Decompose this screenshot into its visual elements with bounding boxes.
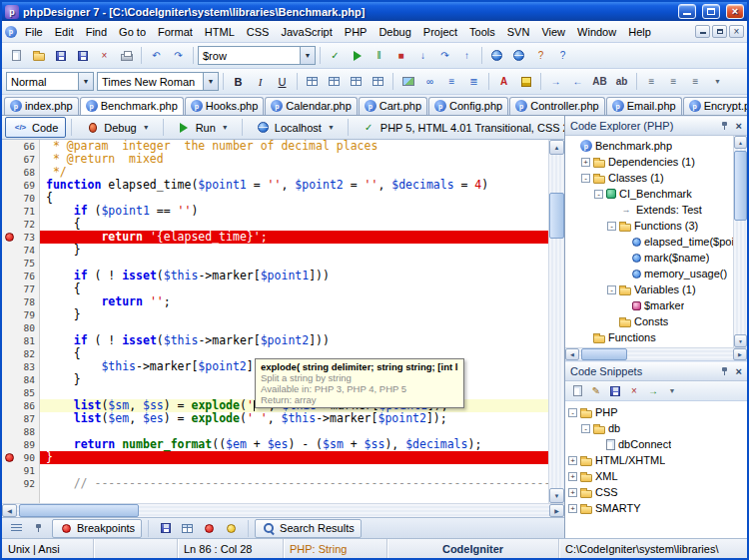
explorer-item[interactable]: -Variables (1) xyxy=(565,281,733,297)
line-number[interactable]: 82 xyxy=(2,347,39,360)
php-manual-button[interactable]: ? xyxy=(530,45,551,66)
unordered-list-button[interactable]: ≡ xyxy=(441,71,462,92)
scroll-right-icon[interactable]: ▶ xyxy=(733,348,747,360)
line-number[interactable]: 90 xyxy=(2,451,39,464)
open-file-button[interactable] xyxy=(28,45,49,66)
menu-find[interactable]: Find xyxy=(80,23,113,41)
font-color-button[interactable]: A xyxy=(493,71,514,92)
expand-icon[interactable]: + xyxy=(568,504,577,513)
snippet-item[interactable]: +CSS xyxy=(565,484,747,500)
snippet-item[interactable]: -db xyxy=(565,420,747,436)
undo-button[interactable]: ↶ xyxy=(146,45,167,66)
file-tab-encrypt-php[interactable]: pEncrypt.php xyxy=(683,97,747,115)
explorer-item[interactable]: Consts xyxy=(565,313,733,329)
code-line[interactable]: function elapsed_time($point1 = '', $poi… xyxy=(40,179,548,192)
gutter[interactable]: 6667686970717273747576777879808182838485… xyxy=(2,140,40,503)
code-line[interactable]: } xyxy=(40,308,548,321)
search-results-tab[interactable]: Search Results xyxy=(255,519,362,538)
panel-list-button[interactable] xyxy=(6,518,27,539)
breakpoint-properties-button[interactable] xyxy=(221,518,242,539)
code-line[interactable]: if ( ! isset($this->marker[$point2])) xyxy=(40,334,548,347)
outdent-button[interactable]: ← xyxy=(567,71,588,92)
run-debug-button[interactable] xyxy=(347,45,368,66)
collapse-icon[interactable]: - xyxy=(581,424,590,433)
print-button[interactable] xyxy=(116,45,137,66)
collapse-icon[interactable]: - xyxy=(568,408,577,417)
line-number[interactable]: 67 xyxy=(2,153,39,166)
snippet-item[interactable]: +SMARTY xyxy=(565,500,747,516)
line-number[interactable]: 70 xyxy=(2,192,39,205)
file-tab-cart-php[interactable]: pCart.php xyxy=(359,97,427,115)
code-explorer-header[interactable]: Code Explorer (PHP) × xyxy=(565,116,747,136)
details-grid-button[interactable] xyxy=(177,518,198,539)
menu-go-to[interactable]: Go to xyxy=(113,23,152,41)
expand-icon[interactable]: + xyxy=(568,456,577,465)
step-out-button[interactable]: ↑ xyxy=(456,45,477,66)
lowercase-button[interactable]: ab xyxy=(611,71,632,92)
file-tab-controller-php[interactable]: pController.php xyxy=(509,97,605,115)
expand-icon[interactable]: + xyxy=(581,158,590,167)
collapse-icon[interactable]: - xyxy=(607,285,616,294)
explorer-hscrollbar[interactable]: ◀ ▶ xyxy=(565,347,747,361)
explorer-item[interactable]: mark($name) xyxy=(565,250,733,266)
explorer-vscrollbar[interactable]: ▲ ▼ xyxy=(733,136,747,347)
edit-snippet-button[interactable]: ✎ xyxy=(587,382,605,400)
explorer-item[interactable]: →Extends: Test xyxy=(565,202,733,218)
new-file-button[interactable] xyxy=(6,45,27,66)
line-number[interactable]: 68 xyxy=(2,166,39,179)
menu-css[interactable]: CSS xyxy=(241,23,276,41)
add-breakpoint-button[interactable] xyxy=(199,518,220,539)
document-close-button[interactable]: × xyxy=(729,25,744,38)
explorer-item[interactable]: -Functions (3) xyxy=(565,218,733,234)
save-list-button[interactable] xyxy=(155,518,176,539)
line-number[interactable]: 71 xyxy=(2,205,39,218)
panel-pin-button[interactable] xyxy=(28,518,49,539)
explorer-item[interactable]: -CI_Benchmark xyxy=(565,186,733,202)
snippet-item[interactable]: dbConnect xyxy=(565,436,747,452)
code-line[interactable]: return number_format(($em + $es) - ($sm … xyxy=(40,438,548,451)
style-combo[interactable]: Normal ▼ xyxy=(6,72,94,91)
menu-php[interactable]: PHP xyxy=(339,23,374,41)
explorer-vscroll-thumb[interactable] xyxy=(734,151,747,221)
uppercase-button[interactable]: AB xyxy=(589,71,610,92)
collapse-icon[interactable]: - xyxy=(607,222,616,231)
indent-button[interactable]: → xyxy=(545,71,566,92)
hscroll-thumb[interactable] xyxy=(19,504,139,517)
font-combo[interactable]: Times New Roman ▼ xyxy=(97,72,219,91)
line-number[interactable]: 69 xyxy=(2,179,39,192)
file-tab-email-php[interactable]: pEmail.php xyxy=(606,97,682,115)
scroll-left-icon[interactable]: ◀ xyxy=(565,348,579,360)
merge-cells-button[interactable] xyxy=(368,71,388,92)
menu-view[interactable]: View xyxy=(535,23,571,41)
save-snippet-button[interactable] xyxy=(606,382,624,400)
stop-button[interactable]: ■ xyxy=(390,45,411,66)
explorer-item[interactable]: $marker xyxy=(565,297,733,313)
line-number[interactable]: 78 xyxy=(2,295,39,308)
file-tab-index-php[interactable]: pindex.php xyxy=(4,97,79,115)
pin-icon[interactable] xyxy=(718,119,733,134)
explorer-item[interactable]: +Dependencies (1) xyxy=(565,154,733,170)
menu-file[interactable]: File xyxy=(19,23,49,41)
view-options-button[interactable]: ▼ xyxy=(663,382,681,400)
close-panel-icon[interactable]: × xyxy=(736,120,742,132)
code-area[interactable]: * @param integer the number of decimal p… xyxy=(40,140,548,503)
code-line[interactable]: } xyxy=(40,244,548,257)
document-minimize-button[interactable] xyxy=(695,25,710,38)
chevron-down-icon[interactable]: ▼ xyxy=(300,47,315,64)
scroll-down-icon[interactable]: ▼ xyxy=(549,488,564,503)
align-right-button[interactable]: ≡ xyxy=(685,71,706,92)
scroll-up-icon[interactable]: ▲ xyxy=(734,136,747,149)
line-number[interactable]: 66 xyxy=(2,140,39,153)
file-tab-calendar-php[interactable]: pCalendar.php xyxy=(265,97,357,115)
save-all-button[interactable] xyxy=(72,45,93,66)
snippet-item[interactable]: +XML xyxy=(565,468,747,484)
line-number[interactable]: 79 xyxy=(2,308,39,321)
code-line[interactable]: // -------------------------------------… xyxy=(40,477,548,490)
menu-html[interactable]: HTML xyxy=(199,23,241,41)
editor-vscrollbar[interactable]: ▲ ▼ xyxy=(548,140,564,503)
line-number[interactable]: 81 xyxy=(2,334,39,347)
insert-image-button[interactable] xyxy=(397,71,418,92)
menu-debug[interactable]: Debug xyxy=(373,23,416,41)
document-restore-button[interactable] xyxy=(712,25,727,38)
menu-project[interactable]: Project xyxy=(417,23,463,41)
